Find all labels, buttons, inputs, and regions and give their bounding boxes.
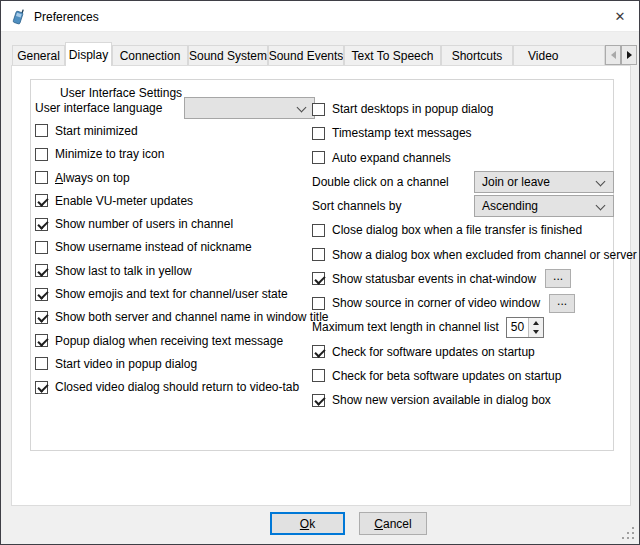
checkbox-row[interactable]: Start desktops in popup dialog: [312, 97, 614, 121]
checkbox[interactable]: [312, 369, 325, 382]
window-title: Preferences: [34, 10, 99, 24]
video-source-row[interactable]: Show source in corner of video window ..…: [312, 291, 614, 315]
chevron-left-icon: [611, 51, 616, 59]
checkbox[interactable]: [35, 171, 48, 184]
spin-down-button[interactable]: [529, 327, 543, 337]
checkbox-row[interactable]: Start video in popup dialog: [35, 352, 315, 375]
checkbox-row[interactable]: Show a dialog box when excluded from cha…: [312, 243, 614, 267]
ok-button[interactable]: Ok: [270, 512, 345, 535]
close-icon: ✕: [615, 9, 626, 24]
checkbox[interactable]: [312, 103, 325, 116]
preferences-dialog: Preferences ✕ General Display Connection…: [0, 0, 640, 545]
chevron-right-icon: [627, 51, 632, 59]
sort-channels-row: Sort channels by Ascending: [312, 194, 614, 218]
checkbox-row[interactable]: Show both server and channel name in win…: [35, 306, 315, 329]
tab-text-to-speech[interactable]: Text To Speech: [344, 45, 441, 65]
checkbox-row[interactable]: Always on top: [35, 166, 315, 189]
checkbox[interactable]: [312, 297, 325, 310]
checkbox[interactable]: [312, 127, 325, 140]
sort-channels-label: Sort channels by: [312, 199, 474, 213]
chevron-down-icon: [297, 102, 307, 112]
statusbar-events-more-button[interactable]: ...: [545, 269, 571, 288]
checkbox[interactable]: [312, 151, 325, 164]
checkbox-row[interactable]: Timestamp text messages: [312, 121, 614, 145]
max-text-length-label: Maximum text length in channel list: [312, 320, 499, 334]
checkbox-row[interactable]: Auto expand channels: [312, 146, 614, 170]
checkbox-row[interactable]: Show emojis and text for channel/user st…: [35, 282, 315, 305]
checkbox-row[interactable]: Check for beta software updates on start…: [312, 364, 614, 388]
chevron-down-icon: [596, 176, 606, 186]
language-label: User interface language: [35, 101, 184, 115]
checkbox[interactable]: [312, 248, 325, 261]
checkbox-row[interactable]: Enable VU-meter updates: [35, 189, 315, 212]
checkbox[interactable]: [312, 394, 325, 407]
triangle-up-icon: [533, 321, 539, 325]
checkbox-row[interactable]: Show number of users in channel: [35, 212, 315, 235]
cancel-button[interactable]: Cancel: [359, 512, 427, 535]
checkbox-row[interactable]: Minimize to tray icon: [35, 143, 315, 166]
checkbox[interactable]: [35, 381, 48, 394]
checkbox[interactable]: [35, 264, 48, 277]
grip-dots-icon: [632, 527, 634, 529]
language-row: User interface language: [35, 96, 315, 119]
tab-sound-system[interactable]: Sound System: [188, 45, 268, 65]
checkbox-row[interactable]: Show username instead of nickname: [35, 236, 315, 259]
checkbox-row[interactable]: Show new version available in dialog box: [312, 388, 614, 412]
display-tab-page: User Interface Settings User interface l…: [11, 65, 631, 506]
close-button[interactable]: ✕: [603, 1, 637, 31]
max-text-length-row: Maximum text length in channel list 50: [312, 315, 614, 339]
right-column: Start desktops in popup dialog Timestamp…: [312, 97, 614, 412]
tab-connection[interactable]: Connection: [112, 45, 188, 65]
video-source-more-button[interactable]: ...: [549, 294, 575, 313]
checkbox[interactable]: [35, 148, 48, 161]
checkbox-row[interactable]: Check for software updates on startup: [312, 340, 614, 364]
checkbox-row[interactable]: Start minimized: [35, 119, 315, 142]
ellipsis-icon: ...: [557, 294, 567, 308]
checkbox[interactable]: [312, 224, 325, 237]
max-text-length-spinbox[interactable]: 50: [506, 317, 544, 338]
double-click-select[interactable]: Join or leave: [474, 171, 614, 193]
triangle-down-icon: [533, 330, 539, 334]
resize-grip[interactable]: [621, 527, 634, 540]
app-icon: [10, 8, 27, 25]
tab-scroll-left-button[interactable]: [605, 45, 621, 65]
tab-general[interactable]: General: [12, 45, 65, 65]
checkbox[interactable]: [35, 357, 48, 370]
checkbox[interactable]: [35, 194, 48, 207]
spinbox-value[interactable]: 50: [507, 318, 528, 337]
checkbox-row[interactable]: Show last to talk in yellow: [35, 259, 315, 282]
double-click-row: Double click on a channel Join or leave: [312, 170, 614, 194]
ellipsis-icon: ...: [553, 269, 563, 283]
chevron-down-icon: [596, 201, 606, 211]
title-bar[interactable]: Preferences ✕: [1, 1, 639, 32]
tab-scrollers: [605, 45, 637, 65]
checkbox-row[interactable]: Popup dialog when receiving text message: [35, 329, 315, 352]
language-select[interactable]: [184, 97, 315, 119]
sort-channels-select[interactable]: Ascending: [474, 195, 614, 217]
checkbox[interactable]: [35, 311, 48, 324]
checkbox[interactable]: [35, 288, 48, 301]
spin-buttons: [528, 318, 543, 337]
checkbox[interactable]: [312, 272, 325, 285]
tab-video[interactable]: Video: [513, 45, 605, 65]
checkbox[interactable]: [35, 124, 48, 137]
left-column: User interface language Start minimized …: [35, 96, 315, 399]
statusbar-events-row[interactable]: Show statusbar events in chat-window ...: [312, 267, 614, 291]
tab-display[interactable]: Display: [65, 42, 112, 66]
checkbox-row[interactable]: Close dialog box when a file transfer is…: [312, 218, 614, 242]
tab-shortcuts[interactable]: Shortcuts: [441, 45, 513, 65]
checkbox[interactable]: [35, 334, 48, 347]
checkbox-row[interactable]: Closed video dialog should return to vid…: [35, 376, 315, 399]
checkbox[interactable]: [35, 241, 48, 254]
tab-scroll-right-button[interactable]: [621, 45, 637, 65]
spin-up-button[interactable]: [529, 318, 543, 328]
checkbox[interactable]: [35, 218, 48, 231]
checkbox[interactable]: [312, 345, 325, 358]
double-click-label: Double click on a channel: [312, 175, 474, 189]
tab-sound-events[interactable]: Sound Events: [268, 45, 344, 65]
